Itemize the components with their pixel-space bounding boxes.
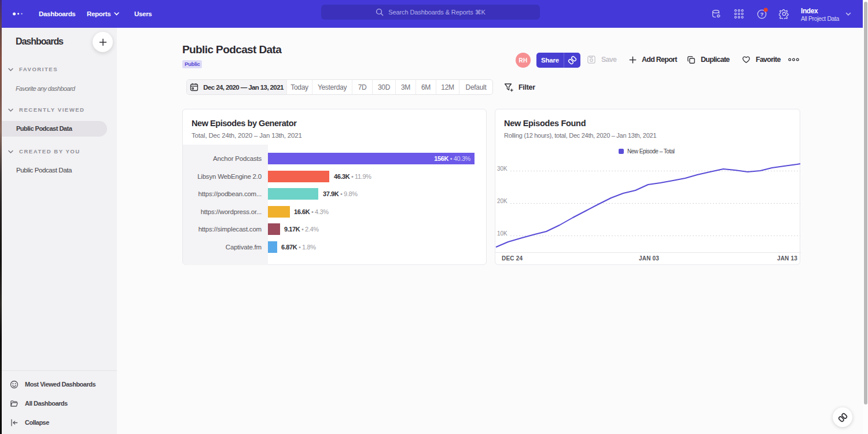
svg-text:?: ? [760,11,764,17]
